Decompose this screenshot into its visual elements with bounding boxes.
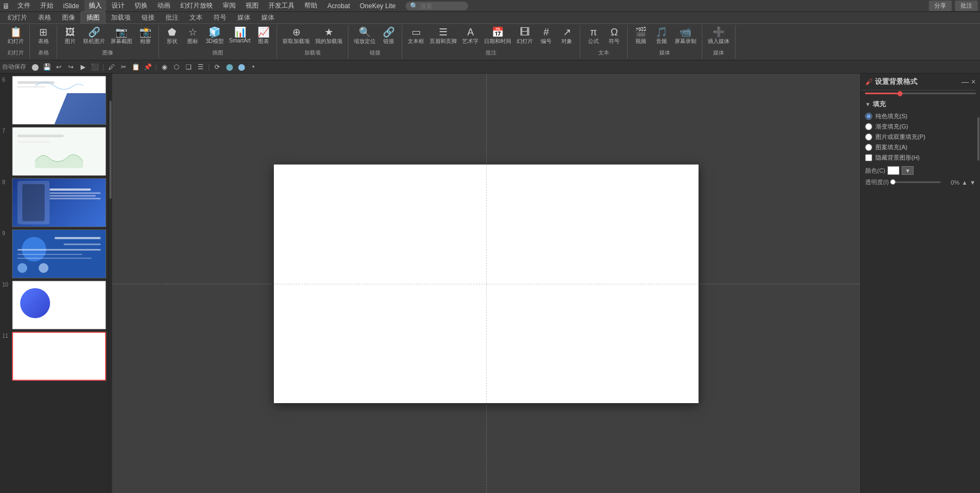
radio-gradient-input[interactable]: [865, 123, 872, 130]
ribbon-btn-icons[interactable]: ☆ 图标: [183, 26, 203, 46]
ribbon-btn-album[interactable]: 📸 相册: [136, 26, 155, 46]
slide-thumb-9[interactable]: [12, 229, 106, 278]
qa-stop[interactable]: ⬛: [89, 62, 100, 72]
ribbon-btn-formula[interactable]: π 公式: [584, 26, 603, 46]
search-input[interactable]: [420, 3, 464, 9]
section-collapse-icon[interactable]: ▼: [865, 101, 871, 107]
ribbon-btn-chart[interactable]: 📈 图表: [254, 26, 273, 46]
panel-minimize-button[interactable]: —: [961, 77, 969, 86]
ribbon-btn-slidenumber[interactable]: 🎞 幻灯片: [514, 26, 535, 46]
checkbox-hide-bg-input[interactable]: [865, 154, 872, 161]
radio-solid-input[interactable]: [865, 113, 872, 120]
ribbon-btn-zoom[interactable]: 🔍 缩放定位: [352, 26, 378, 46]
menu-design[interactable]: 设计: [107, 0, 129, 11]
panel-close-button[interactable]: ×: [971, 77, 976, 86]
qa-align[interactable]: ◉: [159, 62, 170, 72]
qa-cursor[interactable]: 🖊: [106, 62, 117, 72]
ribbon-btn-online-picture[interactable]: 🔗 联机图片: [81, 26, 107, 46]
radio-pattern-input[interactable]: [865, 144, 872, 151]
menu-slideshow[interactable]: 幻灯片放映: [176, 0, 217, 11]
panel-scrollbar-thumb[interactable]: [977, 117, 979, 161]
menu-transition[interactable]: 切换: [130, 0, 152, 11]
transparency-slider-handle[interactable]: [890, 179, 896, 185]
tab-插图[interactable]: 插图: [81, 11, 106, 23]
qa-redo[interactable]: ↪: [65, 62, 76, 72]
qa-cut[interactable]: ✂: [118, 62, 129, 72]
ribbon-btn-screenshot[interactable]: 📷 屏幕截图: [108, 26, 134, 46]
qa-arrange[interactable]: ☰: [195, 62, 206, 72]
ribbon-btn-shapes[interactable]: ⬟ 形状: [162, 26, 182, 46]
qa-dot1[interactable]: ⬤: [224, 62, 235, 72]
menu-onekey[interactable]: OneKey Lite: [356, 1, 400, 11]
share-button[interactable]: 分享: [929, 1, 952, 11]
slide-item-8[interactable]: 8: [2, 178, 106, 227]
ribbon-btn-datetime[interactable]: 📅 日期和时间: [482, 26, 513, 46]
qa-copy[interactable]: 📋: [130, 62, 141, 72]
slide-item-6[interactable]: 6: [2, 76, 106, 125]
ribbon-btn-smartart[interactable]: 📊 SmartArt: [227, 26, 253, 45]
tab-文本[interactable]: 文本: [184, 12, 208, 23]
menu-islide[interactable]: iSlide: [59, 1, 83, 11]
menu-animation[interactable]: 动画: [153, 0, 175, 11]
tab-表格[interactable]: 表格: [33, 12, 57, 23]
slide-canvas[interactable]: [274, 165, 699, 403]
ribbon-btn-table[interactable]: ⊞ 表格: [34, 26, 53, 46]
color-picker-button[interactable]: ▼: [902, 166, 914, 175]
ribbon-btn-my-addins[interactable]: ★ 我的加载项: [313, 26, 345, 46]
slide-item-9[interactable]: 9: [2, 229, 106, 278]
color-swatch[interactable]: [887, 166, 899, 175]
menu-file[interactable]: 文件: [13, 0, 35, 11]
panel-top-slider[interactable]: [865, 93, 976, 94]
slide-thumb-10[interactable]: [12, 281, 106, 330]
slide-thumb-6[interactable]: [12, 76, 106, 125]
qa-paste[interactable]: 📌: [142, 62, 153, 72]
transparency-decrement[interactable]: ▼: [970, 179, 976, 186]
menu-start[interactable]: 开始: [36, 0, 58, 11]
ribbon-btn-number[interactable]: # 编号: [536, 26, 556, 46]
ribbon-btn-wordart[interactable]: A 艺术字: [460, 26, 481, 46]
menu-insert[interactable]: 插入: [84, 0, 106, 11]
ribbon-btn-object[interactable]: ↗ 对象: [557, 26, 577, 46]
tab-图像[interactable]: 图像: [57, 12, 81, 23]
ribbon-btn-screenrec[interactable]: 📹 屏幕录制: [672, 26, 699, 46]
checkbox-hide-bg[interactable]: 隐藏背景图形(H): [865, 153, 976, 163]
slide-thumb-11[interactable]: [12, 332, 106, 381]
qa-autosave-toggle[interactable]: ⬤: [29, 62, 40, 72]
qa-group[interactable]: ❑: [183, 62, 194, 72]
slide-item-10[interactable]: 10: [2, 281, 106, 330]
radio-picture-input[interactable]: [865, 133, 872, 141]
slide-item-11[interactable]: 11: [2, 332, 106, 381]
qa-dot2[interactable]: ⬤: [236, 62, 247, 72]
ribbon-btn-header-footer[interactable]: ☰ 页眉和页脚: [427, 26, 459, 46]
slide-thumb-7[interactable]: [12, 127, 106, 176]
menu-dev[interactable]: 开发工具: [264, 0, 299, 11]
ribbon-btn-3d[interactable]: 🧊 3D模型: [204, 26, 226, 46]
ribbon-btn-get-addins[interactable]: ⊕ 获取加载项: [280, 26, 312, 46]
menu-review[interactable]: 审阅: [218, 0, 240, 11]
tab-批注[interactable]: 批注: [160, 12, 184, 23]
tab-链接[interactable]: 链接: [136, 12, 160, 23]
qa-save[interactable]: 💾: [41, 62, 52, 72]
radio-pattern-fill[interactable]: 图案填充(A): [865, 142, 976, 153]
ribbon-btn-picture[interactable]: 🖼 图片: [60, 26, 80, 46]
radio-gradient-fill[interactable]: 渐变填充(G): [865, 121, 976, 132]
menu-view[interactable]: 视图: [241, 0, 263, 11]
tab-幻灯片[interactable]: 幻灯片: [2, 12, 33, 23]
ribbon-btn-insert-media[interactable]: ➕ 插入媒体: [706, 26, 732, 46]
qa-dot3[interactable]: •: [248, 62, 259, 72]
radio-solid-fill[interactable]: 纯色填充(S): [865, 111, 976, 121]
qa-shape[interactable]: ⬡: [171, 62, 182, 72]
ribbon-btn-textbox[interactable]: ▭ 文本框: [406, 26, 426, 46]
slide-thumb-8[interactable]: [12, 178, 106, 227]
qa-start-show[interactable]: ▶: [77, 62, 88, 72]
tab-媒体1[interactable]: 媒体: [232, 12, 256, 23]
ribbon-btn-audio[interactable]: 🎵 音频: [652, 26, 671, 46]
menu-help[interactable]: 帮助: [300, 0, 322, 11]
ribbon-btn-new-slide[interactable]: 📋 幻灯片: [5, 26, 26, 46]
present-button[interactable]: 批注: [955, 1, 978, 11]
ribbon-btn-symbol[interactable]: Ω 符号: [604, 26, 624, 46]
qa-rotate[interactable]: ⟳: [212, 62, 223, 72]
tab-加载项[interactable]: 加载项: [106, 12, 136, 23]
ribbon-btn-video[interactable]: 🎬 视频: [631, 26, 651, 46]
ribbon-btn-link[interactable]: 🔗 链接: [379, 26, 399, 46]
